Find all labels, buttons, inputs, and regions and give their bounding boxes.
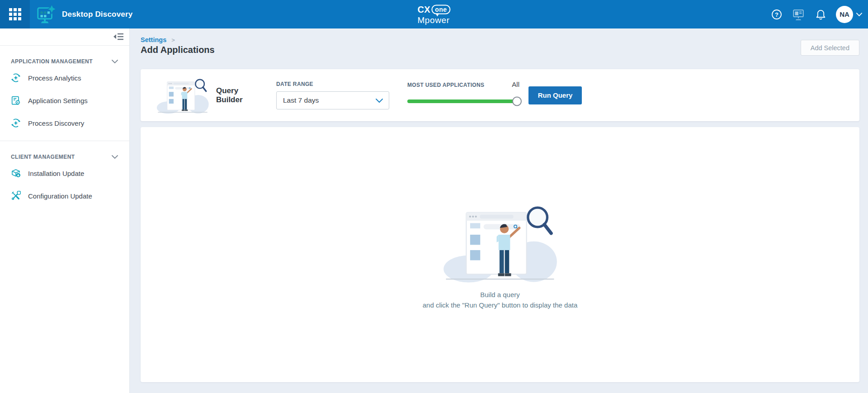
bell-icon[interactable] — [816, 9, 826, 20]
application-settings-icon — [11, 95, 21, 105]
logo-one-bubble: one — [431, 5, 450, 14]
sidebar-item-process-analytics[interactable]: Process Analytics — [0, 66, 129, 89]
presentation-icon[interactable] — [792, 8, 805, 21]
sidebar-item-application-settings[interactable]: Application Settings — [0, 89, 129, 112]
sidebar-item-label: Process Analytics — [28, 74, 81, 82]
query-builder-title: Query Builder — [216, 86, 267, 104]
empty-state-line1: Build a query — [423, 289, 578, 300]
section-label: APPLICATION MANAGEMENT — [11, 58, 93, 65]
results-empty-state-card: Build a query and click the "Run Query" … — [141, 127, 859, 382]
chevron-down-icon — [111, 155, 118, 159]
breadcrumb-settings-link[interactable]: Settings — [141, 36, 166, 43]
app-title: Desktop Discovery — [62, 10, 132, 19]
sidebar-item-process-discovery[interactable]: Process Discovery — [0, 112, 129, 134]
app-launcher-button[interactable] — [0, 0, 30, 28]
slider-handle[interactable] — [512, 96, 522, 106]
app-launcher-grid-icon — [9, 8, 21, 20]
sidebar-item-label: Application Settings — [28, 97, 88, 104]
collapse-sidebar-icon[interactable] — [113, 32, 124, 43]
configuration-update-icon — [11, 191, 21, 201]
run-query-button[interactable]: Run Query — [528, 86, 582, 104]
date-range-dropdown[interactable]: Last 7 days — [276, 91, 389, 109]
empty-state-line2: and click the "Run Query" button to disp… — [423, 300, 578, 310]
add-selected-button[interactable]: Add Selected — [801, 40, 859, 56]
most-used-applications-group: MOST USED APPLICATIONS All — [407, 80, 520, 110]
chevron-down-icon — [375, 98, 383, 103]
query-builder-illustration — [156, 76, 209, 115]
empty-state-illustration — [432, 199, 568, 286]
cxone-mpower-logo: CXone Mpower — [417, 5, 450, 24]
query-builder-card: Query Builder DATE RANGE Last 7 days MOS… — [141, 69, 859, 121]
sidebar-section-application-management[interactable]: APPLICATION MANAGEMENT — [11, 58, 118, 65]
date-range-value: Last 7 days — [283, 96, 375, 104]
top-bar: Desktop Discovery CXone Mpower ? — [0, 0, 868, 28]
section-label: CLIENT MANAGEMENT — [11, 154, 75, 160]
date-range-group: DATE RANGE Last 7 days — [276, 81, 389, 109]
page-title: Add Applications — [141, 45, 868, 55]
sidebar-item-label: Installation Update — [28, 170, 84, 177]
date-range-label: DATE RANGE — [276, 81, 389, 87]
sidebar-item-installation-update[interactable]: Installation Update — [0, 162, 129, 185]
empty-state-message: Build a query and click the "Run Query" … — [423, 289, 578, 310]
chevron-down-icon — [111, 59, 118, 64]
process-analytics-icon — [11, 73, 21, 83]
sidebar-divider — [0, 141, 129, 141]
process-discovery-icon — [11, 118, 21, 128]
sidebar: APPLICATION MANAGEMENT Process Analytics — [0, 28, 130, 393]
slider-value-label: All — [512, 80, 519, 88]
avatar[interactable]: NA — [836, 6, 853, 23]
installation-update-icon — [11, 168, 21, 178]
logo-cx: CX — [417, 5, 430, 14]
most-used-applications-slider[interactable] — [407, 99, 520, 103]
page-header: Settings > Add Applications Add Selected — [130, 28, 868, 69]
sidebar-item-label: Configuration Update — [28, 192, 92, 200]
desktop-discovery-app-icon — [36, 4, 57, 25]
topbar-actions: ? NA — [771, 6, 868, 23]
account-chevron-down-icon[interactable] — [856, 12, 863, 17]
logo-mpower: Mpower — [417, 15, 450, 24]
sidebar-section-client-management[interactable]: CLIENT MANAGEMENT — [11, 154, 118, 160]
help-icon[interactable]: ? — [771, 9, 782, 20]
breadcrumb-separator: > — [171, 37, 175, 43]
app-identity: Desktop Discovery — [36, 4, 132, 25]
svg-text:?: ? — [775, 11, 778, 18]
most-used-applications-label: MOST USED APPLICATIONS — [407, 82, 484, 88]
breadcrumb: Settings > — [141, 36, 868, 43]
sidebar-collapse-row — [0, 28, 129, 46]
sidebar-item-configuration-update[interactable]: Configuration Update — [0, 185, 129, 207]
main-content: Settings > Add Applications Add Selected — [130, 28, 868, 393]
sidebar-item-label: Process Discovery — [28, 119, 84, 127]
